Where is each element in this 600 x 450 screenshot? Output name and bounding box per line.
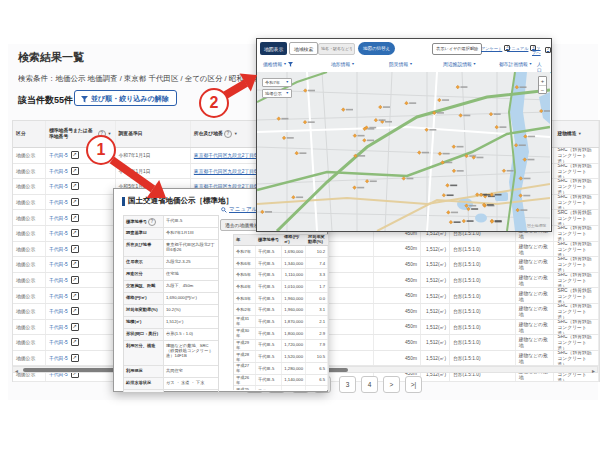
lot-number-link[interactable]: 千代田-5	[49, 152, 68, 158]
detail-field-row: 利用区分、構造建物などの敷地、SRC（鉄骨鉄筋コンクリート造）14F1B	[124, 341, 218, 366]
detail-field-row: 所在及び地番東京都千代田区九段北2丁目6番26	[124, 240, 218, 257]
title-accent-bar	[122, 197, 125, 206]
clear-layers-button[interactable]: 表示レイヤの選択解除	[432, 43, 482, 55]
external-link-icon: ↗	[71, 214, 79, 222]
history-row: 令和6年千代田-51,340,0007.4	[234, 258, 328, 270]
pagination-button[interactable]: 3	[339, 376, 356, 393]
history-row: 令和7年千代田-51,690,00010.2	[234, 246, 328, 258]
pagination-button[interactable]: >	[383, 376, 400, 393]
map-attribution: 国土地理院	[527, 223, 546, 228]
price-history-table: 年標準地番号価格(円/㎡)対前年変動率(%) 令和7年千代田-51,690,00…	[233, 234, 329, 390]
scroll-right-icon[interactable]: ►	[591, 368, 596, 374]
zoom-out-button[interactable]: −	[539, 86, 546, 94]
detail-field-row: 地積(㎡)1,512(㎡)	[124, 317, 218, 329]
history-row: 平成30年千代田-51,800,0002.9	[234, 328, 328, 340]
menu-2[interactable]: 防災情報▼	[389, 61, 413, 67]
detail-field-row: 標準地番号?千代田-5	[124, 216, 218, 228]
chevron-down-icon: ▼	[351, 62, 354, 66]
area-search-button[interactable]: 地域検索	[289, 42, 318, 55]
info-icon: ?	[148, 218, 156, 226]
screenshot-root: 検索結果一覧 検索条件：地価公示 地価調査 / 東京都 千代田区 / 全ての区分…	[0, 0, 600, 450]
history-row: 平成25年千代田-51,010,0000.0	[234, 386, 328, 390]
external-link-icon: ↗	[71, 245, 79, 253]
map-window: 地図表示 地域検索 地図の切替え 表示レイヤの選択解除 アンケート↗ マニュアル…	[256, 38, 552, 232]
map-zoom-control[interactable]: + −	[538, 76, 547, 94]
history-row: 平成29年千代田-51,720,0007.9	[234, 340, 328, 352]
external-link-icon: ↗	[71, 354, 79, 362]
result-count: 該当件数55件	[18, 94, 73, 107]
lot-number-link[interactable]: 千代田-5	[49, 308, 68, 314]
history-row: 令和4年千代田-51,010,0001.7	[234, 281, 328, 293]
annotation-circle-2: 2	[199, 88, 229, 118]
detail-field-row: 交通施設、距離九段下、450m	[124, 281, 218, 293]
lot-number-link[interactable]: 千代田-5	[49, 261, 68, 267]
lot-number-link[interactable]: 千代田-5	[49, 246, 68, 252]
lot-number-link[interactable]: 千代田-5	[49, 277, 68, 283]
column-header: 調査基準日	[116, 121, 191, 147]
external-link-icon: ↗	[71, 323, 79, 331]
clear-sort-filter-button[interactable]: 並び順・絞り込みの解除	[74, 90, 177, 106]
detail-field-row: 用途区分住宅地	[124, 269, 218, 281]
price-history-header: 年標準地番号価格(円/㎡)対前年変動率(%)	[234, 235, 328, 246]
history-row: 平成26年千代田-51,140,0006.5	[234, 375, 328, 387]
scroll-left-icon[interactable]: ◄	[14, 368, 19, 374]
map-price-type-select[interactable]: 地価公示▼	[262, 89, 292, 98]
lot-number-link[interactable]: 千代田-5	[49, 339, 68, 345]
sort-caret-icon[interactable]: ▼	[234, 132, 238, 137]
top-page-link[interactable]: トップへ↗	[532, 45, 551, 55]
lot-number-link[interactable]: 千代田-5	[49, 183, 68, 189]
map-canvas[interactable]: 国土地理院	[257, 72, 550, 231]
popup-title: 国土交通省地価公示［標準地］	[128, 196, 233, 206]
external-link-icon: ↗	[71, 276, 79, 284]
history-row: 令和3年千代田-51,960,0000.0	[234, 293, 328, 305]
zoom-in-button[interactable]: +	[539, 77, 546, 86]
external-link-icon: ↗	[71, 260, 79, 268]
pagination-button[interactable]: 4	[361, 376, 378, 393]
manual-link[interactable]: マニュアル	[221, 206, 257, 213]
menu-3[interactable]: 周辺施設情報▼	[443, 61, 476, 67]
chevron-down-icon: ▼	[473, 62, 476, 66]
map-search-input[interactable]	[318, 43, 355, 55]
map-layer-menu: 価格情報▼地形情報▼防災情報▼周辺施設情報▼都市計画情報▼人口情報▼	[257, 58, 551, 73]
chevron-down-icon: ▼	[286, 80, 289, 84]
chevron-down-icon: ▼	[529, 62, 532, 66]
detail-fields-table: 標準地番号?千代田-5調査基準日令和7年1月1日所在及び地番東京都千代田区九段北…	[123, 215, 219, 392]
column-header: 区分	[13, 121, 46, 147]
funnel-icon	[288, 62, 293, 67]
map-switch-button[interactable]: 地図の切替え	[358, 42, 395, 55]
detail-field-row: 周辺の土地利用現況事務所、学校、マンション等が混在する住宅地域	[124, 390, 218, 392]
page-title: 検索結果一覧	[18, 50, 84, 65]
chevron-down-icon: ▼	[409, 62, 412, 66]
survey-link[interactable]: アンケート↗	[481, 45, 510, 51]
lot-number-link[interactable]: 千代田-5	[49, 355, 68, 361]
detail-field-row: 形状(間口：奥行)台形(1.5：1.0)	[124, 329, 218, 341]
sort-caret-icon[interactable]: ▼	[108, 132, 112, 137]
lot-number-link[interactable]: 千代田-5	[49, 215, 68, 221]
lot-number-link[interactable]: 千代田-5	[49, 199, 68, 205]
lot-number-link[interactable]: 千代田-5	[49, 168, 68, 174]
external-link-icon: ↗	[71, 182, 79, 190]
external-link-icon: ↗	[71, 307, 79, 315]
lot-number-link[interactable]: 千代田-5	[49, 324, 68, 330]
lot-number-link[interactable]: 千代田-5	[49, 230, 68, 236]
pagination-button[interactable]: >|	[405, 376, 422, 393]
menu-4[interactable]: 都市計画情報▼	[499, 61, 532, 67]
sort-caret-icon[interactable]: ▼	[578, 132, 582, 137]
external-link-icon: ↗	[71, 151, 79, 159]
menu-0[interactable]: 価格情報▼	[263, 61, 293, 67]
external-link-icon: ↗	[71, 198, 79, 206]
lot-number-link[interactable]: 千代田-5	[49, 293, 68, 299]
column-header: 建物構造▼	[554, 121, 599, 147]
annotation-circle-1: 1	[86, 135, 116, 165]
map-year-select[interactable]: 令和7年▼	[262, 78, 292, 87]
search-conditions: 検索条件：地価公示 地価調査 / 東京都 千代田区 / 全ての区分 / 昭和45…	[18, 74, 256, 84]
history-row: 平成31年千代田-51,870,0002.1	[234, 316, 328, 328]
external-link-icon: ↗	[545, 47, 551, 53]
history-row: 令和2年千代田-51,960,0003.1	[234, 304, 328, 316]
chevron-down-icon: ▼	[286, 91, 289, 95]
menu-1[interactable]: 地形情報▼	[331, 61, 355, 67]
price-history-body: 令和7年千代田-51,690,00010.2令和6年千代田-51,340,000…	[234, 246, 328, 390]
detail-field-row: 調査基準日令和7年1月1日	[124, 228, 218, 240]
tab-map-display[interactable]: 地図表示	[260, 42, 287, 55]
history-row: 平成28年千代田-51,520,00010.5	[234, 351, 328, 363]
